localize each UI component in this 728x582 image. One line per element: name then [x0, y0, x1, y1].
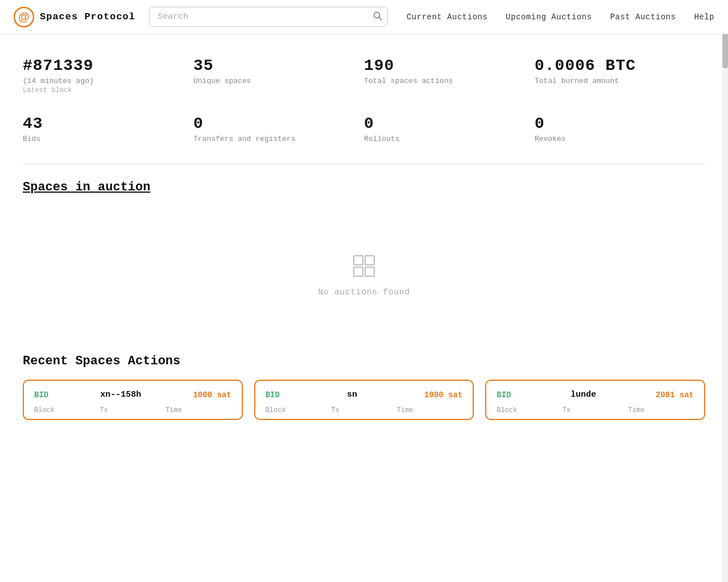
stat-burned-sub1: Total burned amount: [535, 77, 705, 85]
col-tx-0: Tx: [100, 406, 166, 414]
nav-links: Current Auctions Upcoming Auctions Past …: [407, 13, 714, 22]
card-name-2: lunde: [570, 390, 596, 400]
stat-unique-spaces-sub1: Unique spaces: [193, 77, 364, 85]
col-tx-1: Tx: [331, 406, 397, 414]
stat-burned-value: 0.0006 BTC: [535, 57, 705, 74]
stat-rollouts-sub1: Rollouts: [364, 135, 535, 143]
stat-bids-value: 43: [23, 115, 193, 132]
card-name-0: xn--158h: [100, 390, 141, 400]
card-headers-2: Block Tx Time: [497, 406, 694, 419]
stat-revokes-sub1: Revokes: [535, 135, 705, 143]
stat-total-actions-sub1: Total spaces actions: [364, 77, 535, 85]
card-name-1: sn: [347, 390, 357, 400]
card-top-1: BID sn 1000 sat: [266, 390, 463, 400]
bid-badge-1: BID: [266, 390, 280, 400]
stat-block-sub1: (14 minutes ago): [23, 77, 193, 85]
card-amount-0: 1000 sat: [193, 390, 231, 400]
col-time-2: Time: [628, 406, 694, 414]
svg-text:@: @: [18, 10, 30, 23]
stat-total-actions-value: 190: [364, 57, 535, 74]
stat-block: #871339 (14 minutes ago) Latest block: [23, 57, 193, 94]
search-input[interactable]: [149, 7, 388, 27]
navbar: @ Spaces Protocol Current Auctions Upcom…: [0, 0, 728, 34]
svg-rect-4: [354, 256, 363, 265]
nav-help[interactable]: Help: [694, 13, 714, 22]
recent-section-title: Recent Spaces Actions: [23, 354, 705, 368]
no-auctions-area: No auctions found: [23, 208, 705, 354]
action-card-1: BID sn 1000 sat Block Tx Time: [254, 380, 474, 420]
card-headers-1: Block Tx Time: [266, 406, 463, 419]
action-cards-row: BID xn--158h 1000 sat Block Tx Time BID …: [23, 380, 705, 420]
col-block-1: Block: [266, 406, 332, 414]
stat-bids: 43 Bids: [23, 115, 193, 143]
no-auctions-text: No auctions found: [318, 288, 410, 297]
stat-revokes: 0 Revokes: [535, 115, 705, 143]
stat-total-actions: 190 Total spaces actions: [364, 57, 535, 94]
stat-block-value: #871339: [23, 57, 193, 74]
svg-rect-5: [365, 256, 374, 265]
empty-grid-icon: [351, 253, 377, 278]
divider: [23, 164, 705, 164]
stat-bids-sub1: Bids: [23, 135, 193, 143]
bid-badge-2: BID: [497, 390, 511, 400]
nav-upcoming-auctions[interactable]: Upcoming Auctions: [506, 13, 592, 22]
col-time-0: Time: [166, 406, 231, 414]
logo[interactable]: @ Spaces Protocol: [14, 7, 135, 27]
stat-rollouts: 0 Rollouts: [364, 115, 535, 143]
col-time-1: Time: [397, 406, 463, 414]
card-amount-1: 1000 sat: [424, 390, 462, 400]
stat-burned: 0.0006 BTC Total burned amount: [535, 57, 705, 94]
card-top-2: BID lunde 2001 sat: [497, 390, 694, 400]
action-card-0: BID xn--158h 1000 sat Block Tx Time: [23, 380, 243, 420]
bid-badge-0: BID: [34, 390, 48, 400]
stat-unique-spaces: 35 Unique spaces: [193, 57, 364, 94]
card-amount-2: 2001 sat: [656, 390, 694, 400]
search-button[interactable]: [373, 11, 382, 23]
svg-rect-6: [354, 267, 363, 276]
stat-transfers-sub1: Transfers and registers: [193, 135, 364, 143]
stat-rollouts-value: 0: [364, 115, 535, 132]
main-content: #871339 (14 minutes ago) Latest block 35…: [0, 34, 728, 420]
search-icon: [373, 11, 382, 20]
auctions-section-title: Spaces in auction: [23, 180, 705, 194]
logo-text: Spaces Protocol: [40, 11, 135, 22]
nav-current-auctions[interactable]: Current Auctions: [407, 13, 487, 22]
stat-block-sub2: Latest block: [23, 86, 193, 94]
stat-transfers-value: 0: [193, 115, 364, 132]
card-headers-0: Block Tx Time: [34, 406, 231, 419]
stat-revokes-value: 0: [535, 115, 705, 132]
stats-grid-row1: #871339 (14 minutes ago) Latest block 35…: [23, 57, 705, 143]
nav-past-auctions[interactable]: Past Auctions: [610, 13, 676, 22]
svg-line-3: [379, 17, 382, 19]
search-wrapper: [149, 7, 388, 27]
svg-rect-7: [365, 267, 374, 276]
col-block-2: Block: [497, 406, 562, 414]
logo-icon: @: [14, 7, 34, 27]
action-card-2: BID lunde 2001 sat Block Tx Time: [485, 380, 705, 420]
col-block-0: Block: [34, 406, 100, 414]
stat-transfers: 0 Transfers and registers: [193, 115, 364, 143]
stat-unique-spaces-value: 35: [193, 57, 364, 74]
scrollbar[interactable]: [722, 0, 728, 420]
col-tx-2: Tx: [562, 406, 628, 414]
card-top-0: BID xn--158h 1000 sat: [34, 390, 231, 400]
